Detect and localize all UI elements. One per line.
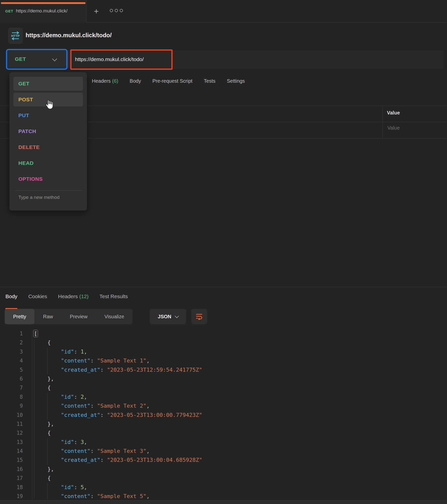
code-line: 6}, <box>0 374 447 383</box>
svg-text:HTTP: HTTP <box>11 34 20 38</box>
response-tabs: BodyCookiesHeaders(12)Test Results <box>5 293 128 304</box>
code-content: [ <box>34 329 37 338</box>
method-menu-item-delete[interactable]: DELETE <box>13 140 83 154</box>
response-body-code[interactable]: 1[2{3"id": 1,4"content": "Sample Text 1"… <box>0 329 447 501</box>
code-line: 8"id": 2, <box>0 393 447 401</box>
response-tab-test-results[interactable]: Test Results <box>100 293 128 304</box>
request-tab-settings[interactable]: Settings <box>227 78 245 84</box>
response-tab-cookies[interactable]: Cookies <box>28 293 47 304</box>
code-content: "created_at": "2023-05-23T12:59:54.24177… <box>61 365 202 374</box>
request-tab-label: Settings <box>227 78 245 84</box>
tab-options-icon[interactable] <box>110 9 123 12</box>
request-tab-headers[interactable]: Headers(6) <box>92 78 118 84</box>
method-menu-item-get[interactable]: GET <box>13 77 83 91</box>
view-mode-preview[interactable]: Preview <box>61 309 96 324</box>
line-number: 12 <box>0 429 23 437</box>
method-menu-item-options[interactable]: OPTIONS <box>13 172 83 186</box>
response-tab-headers[interactable]: Headers(12) <box>58 293 89 304</box>
request-tab-body[interactable]: Body <box>130 78 141 84</box>
request-tab-tests[interactable]: Tests <box>204 78 216 84</box>
code-content: "content": "Sample Text 1", <box>61 356 150 365</box>
line-number: 17 <box>0 474 23 483</box>
request-title: https://demo.mukul.click/todo/ <box>26 32 112 39</box>
request-tab-label: Pre-request Script <box>152 78 192 84</box>
response-tab-label: Body <box>5 293 17 299</box>
request-tab-label: Tests <box>204 78 216 84</box>
response-tab-body[interactable]: Body <box>5 293 17 304</box>
response-view-switcher: PrettyRawPreviewVisualize <box>5 309 133 324</box>
line-number: 7 <box>0 383 23 392</box>
horizontal-scrollbar[interactable] <box>0 500 447 504</box>
method-menu-item-patch[interactable]: PATCH <box>13 124 83 138</box>
view-mode-pretty[interactable]: Pretty <box>5 309 35 324</box>
method-menu-item-put[interactable]: PUT <box>13 108 83 122</box>
line-number: 15 <box>0 456 23 465</box>
url-input[interactable] <box>71 51 444 68</box>
method-menu-item-head[interactable]: HEAD <box>13 156 83 170</box>
tab-method-label: GET <box>5 9 13 13</box>
method-selector-label: GET <box>15 56 26 62</box>
code-content: }, <box>47 420 54 429</box>
code-line: 19"content": "Sample Text 5", <box>0 492 447 501</box>
wrap-lines-button[interactable] <box>191 309 207 324</box>
code-line: 4"content": "Sample Text 1", <box>0 356 447 365</box>
line-number: 3 <box>0 347 23 356</box>
response-divider <box>0 287 447 287</box>
code-content: "created_at": "2023-05-23T13:00:00.77942… <box>61 411 202 420</box>
line-number: 9 <box>0 401 23 410</box>
tab-title-label: https://demo.mukul.click/ <box>16 8 68 14</box>
code-content: }, <box>47 465 54 474</box>
code-line: 18"id": 5, <box>0 483 447 492</box>
code-content: "content": "Sample Text 3", <box>61 447 150 456</box>
code-line: 16}, <box>0 465 447 474</box>
table-header-value: Value <box>387 110 400 116</box>
http-protocol-icon: HTTP <box>8 28 23 44</box>
new-tab-button[interactable]: + <box>91 6 101 16</box>
method-dropdown-menu: GETPOSTPUTPATCHDELETEHEADOPTIONS Type a … <box>9 72 87 211</box>
view-mode-raw[interactable]: Raw <box>35 309 61 324</box>
chevron-down-icon <box>175 314 179 318</box>
value-cell-input[interactable] <box>387 125 443 131</box>
chevron-down-icon <box>52 56 57 61</box>
code-line: 11}, <box>0 420 447 429</box>
menu-divider <box>14 190 82 191</box>
response-tab-label: Test Results <box>100 293 128 299</box>
line-number: 13 <box>0 438 23 447</box>
code-line: 3"id": 1, <box>0 347 447 356</box>
response-tab-label: Headers <box>58 293 78 299</box>
code-content: }, <box>47 374 54 383</box>
code-line: 17{ <box>0 474 447 483</box>
line-number: 11 <box>0 420 23 429</box>
format-dropdown[interactable]: JSON <box>150 309 186 324</box>
wrap-lines-icon <box>195 313 203 320</box>
tab-bar: GET https://demo.mukul.click/ + <box>0 0 447 23</box>
request-tab-count: (6) <box>112 78 118 84</box>
line-number: 18 <box>0 483 23 492</box>
code-content: "id": 3, <box>61 438 87 447</box>
code-content: { <box>47 474 51 483</box>
line-number: 1 <box>0 329 23 338</box>
line-number: 14 <box>0 447 23 456</box>
type-new-method-hint[interactable]: Type a new method <box>13 195 83 200</box>
code-content: "id": 2, <box>61 393 87 401</box>
response-tab-label: Cookies <box>28 293 47 299</box>
method-menu-list: GETPOSTPUTPATCHDELETEHEADOPTIONS <box>13 77 83 186</box>
line-number: 10 <box>0 411 23 420</box>
request-tab-pre-request-script[interactable]: Pre-request Script <box>152 78 192 84</box>
code-content: "created_at": "2023-05-23T13:00:04.68592… <box>61 456 202 465</box>
format-label: JSON <box>158 314 171 320</box>
method-selector[interactable]: GET <box>8 51 67 68</box>
code-content: { <box>47 429 51 437</box>
line-number: 2 <box>0 338 23 347</box>
line-number: 19 <box>0 492 23 501</box>
line-number: 4 <box>0 356 23 365</box>
line-number: 5 <box>0 365 23 374</box>
request-tab[interactable]: GET https://demo.mukul.click/ <box>0 0 86 22</box>
view-mode-visualize[interactable]: Visualize <box>96 309 133 324</box>
method-menu-item-post[interactable]: POST <box>13 93 83 107</box>
code-line: 12{ <box>0 429 447 437</box>
tab-bar-background <box>86 0 447 23</box>
code-line: 1[ <box>0 329 447 338</box>
line-number: 6 <box>0 374 23 383</box>
code-line: 14"content": "Sample Text 3", <box>0 447 447 456</box>
